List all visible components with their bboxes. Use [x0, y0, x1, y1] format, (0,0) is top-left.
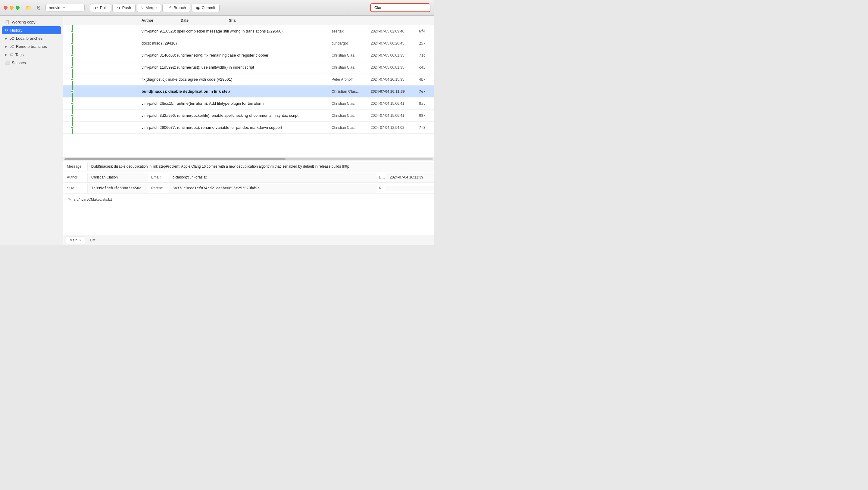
copy-icon[interactable]: ⎘	[35, 4, 42, 11]
commit-row[interactable]: vim-patch:3146d63: runtime(netrw): fix r…	[63, 50, 434, 61]
merge-button[interactable]: ⑂ Merge	[137, 4, 161, 12]
commit-message: build(macos): disable deduplication in l…	[142, 89, 332, 94]
commit-date: 2024-07-04 16:11:39	[371, 89, 419, 94]
sidebar-item-tags[interactable]: ▶ 🏷 Tags	[0, 51, 63, 59]
email-value: c.clason@uni-graz.at	[169, 173, 377, 182]
ref-value	[386, 186, 434, 191]
folder-icon[interactable]: 📁	[25, 4, 32, 11]
commit-row[interactable]: vim-patch:9.1.0528: spell completion mes…	[63, 25, 434, 37]
chevron-down-icon: ▾	[63, 6, 65, 9]
pull-icon: ↩	[95, 5, 98, 10]
sha-value: 7e099cf3eb1fd338a3aa50cf23f1b0a1f461f988	[87, 184, 148, 193]
graph-area	[63, 37, 81, 50]
commit-message: vim-patch:2606e77: runtime(doc): rename …	[142, 125, 332, 130]
date-value: 2024-07-04 16:11:39	[386, 173, 434, 182]
commit-table-header: Author Date Sha	[63, 15, 434, 25]
commit-date: 2024-07-04 20:15:35	[371, 77, 419, 81]
traffic-lights	[4, 6, 20, 10]
graph-dot	[71, 102, 74, 105]
commit-list[interactable]: vim-patch:9.1.0528: spell completion mes…	[63, 25, 434, 157]
commit-date: 2024-07-05 00:01:35	[371, 53, 419, 58]
commit-message: vim-patch:9.1.0528: spell completion mes…	[142, 29, 332, 33]
graph-area	[63, 109, 81, 122]
history-icon: ↺	[5, 28, 8, 33]
commit-author: Christian Clas…	[332, 126, 371, 130]
commit-message: docs: misc (#29410)	[142, 41, 332, 45]
sidebar-item-local-branches[interactable]: ▶ ⎇ Local branches	[0, 34, 63, 42]
commit-sha: 8a:	[419, 101, 434, 106]
graph-area	[63, 25, 81, 37]
commit-sha: 6f4	[419, 29, 434, 33]
repo-selector[interactable]: neovim ▾	[45, 4, 85, 11]
graph-dot	[71, 90, 74, 93]
scroll-thumb[interactable]	[64, 158, 285, 160]
commit-row[interactable]: vim-patch:11d5992: runtime(rust): use sh…	[63, 61, 434, 73]
commit-row[interactable]: vim-patch:2fbcc15: runtime(terraform): A…	[63, 98, 434, 109]
sidebar-item-history[interactable]: ↺ History	[2, 26, 61, 34]
commit-row[interactable]: fix(diagnostic): make docs agree with co…	[63, 73, 434, 86]
pull-button[interactable]: ↩ Pull	[90, 4, 111, 12]
tab-diff[interactable]: Diff	[86, 237, 99, 243]
commit-author: Christian Clas…	[332, 89, 371, 94]
email-label: Email:	[148, 173, 169, 182]
working-copy-icon: 📋	[5, 20, 10, 24]
graph-area	[63, 61, 81, 73]
graph-area	[63, 98, 81, 109]
file-path: src/nvim/CMakeLists.txt	[74, 197, 112, 202]
search-input[interactable]	[370, 3, 430, 12]
commit-row[interactable]: vim-patch:3d2a996: runtime(dockerfile): …	[63, 109, 434, 122]
tab-main[interactable]: Main ×	[66, 236, 85, 243]
commit-date: 2024-07-04 15:06:41	[371, 101, 419, 106]
commit-date: 2024-07-05 00:01:35	[371, 65, 419, 69]
commit-button[interactable]: ◉ Commit	[191, 4, 220, 12]
commit-date: 2024-07-04 15:06:41	[371, 113, 419, 118]
commit-row[interactable]: vim-patch:2606e77: runtime(doc): rename …	[63, 122, 434, 134]
commit-message: vim-patch:2fbcc15: runtime(terraform): A…	[142, 101, 332, 106]
expand-arrow-icon: ▶	[5, 37, 7, 40]
commit-sha: c45	[419, 65, 434, 69]
graph-area	[63, 50, 81, 61]
file-item[interactable]: ✎src/nvim/CMakeLists.txt	[68, 196, 429, 203]
local-branches-icon: ⎇	[9, 36, 14, 41]
author-value: Christian Clason	[87, 173, 148, 182]
content-area: Author Date Sha vim-patch:9.1.0528: spel…	[63, 15, 434, 245]
stashes-icon: ⬜	[5, 61, 10, 65]
message-before: build(macos): disable deduplication in l…	[91, 164, 191, 168]
commit-row[interactable]: docs: misc (#29410) dundargoc 2024-07-05…	[63, 37, 434, 50]
parent-value: 8a338c0ccc1cf874cd21ca3be6695c253079bd9a	[169, 184, 377, 193]
file-edit-icon: ✎	[68, 197, 71, 202]
parent-label: Parent:	[148, 184, 169, 193]
graph-dot	[71, 42, 74, 45]
horizontal-scrollbar[interactable]	[63, 157, 434, 161]
commit-row[interactable]: build(macos): disable deduplication in l…	[63, 86, 434, 98]
sidebar-item-working-copy[interactable]: 📋 Working copy	[0, 18, 63, 26]
sidebar-item-remote-branches[interactable]: ▶ ⎇ Remote branches	[0, 42, 63, 51]
commit-icon: ◉	[196, 5, 200, 10]
maximize-button[interactable]	[16, 6, 20, 10]
graph-dot	[71, 126, 74, 129]
detail-message-row: Message: build(macos): disable deduplica…	[63, 161, 434, 172]
graph-dot	[71, 78, 74, 81]
close-button[interactable]	[4, 6, 7, 10]
push-button[interactable]: ↪ Push	[112, 4, 136, 12]
graph-dot	[71, 114, 74, 117]
ref-short-label: R…	[377, 184, 386, 193]
push-icon: ↪	[117, 5, 121, 10]
graph-area	[63, 86, 81, 98]
minimize-button[interactable]	[10, 6, 13, 10]
tab-main-close[interactable]: ×	[79, 238, 81, 242]
scroll-track	[64, 158, 433, 160]
commit-sha: 4b·	[419, 77, 434, 81]
commit-message: vim-patch:3146d63: runtime(netrw): fix r…	[142, 53, 332, 58]
branch-button[interactable]: ⎇ Branch	[162, 4, 190, 12]
sidebar-item-stashes[interactable]: ⬜ Stashes	[0, 59, 63, 67]
commit-date: 2024-07-05 00:20:45	[371, 41, 419, 45]
tags-icon: 🏷	[9, 53, 13, 57]
merge-icon: ⑂	[141, 5, 144, 10]
commit-sha: 71c	[419, 53, 434, 58]
branch-icon: ⎇	[167, 5, 172, 10]
commit-date: 2024-07-05 02:09:40	[371, 29, 419, 33]
commit-message: vim-patch:3d2a996: runtime(dockerfile): …	[142, 113, 332, 118]
graph-area	[63, 122, 81, 134]
commit-sha: 7f8	[419, 126, 434, 130]
